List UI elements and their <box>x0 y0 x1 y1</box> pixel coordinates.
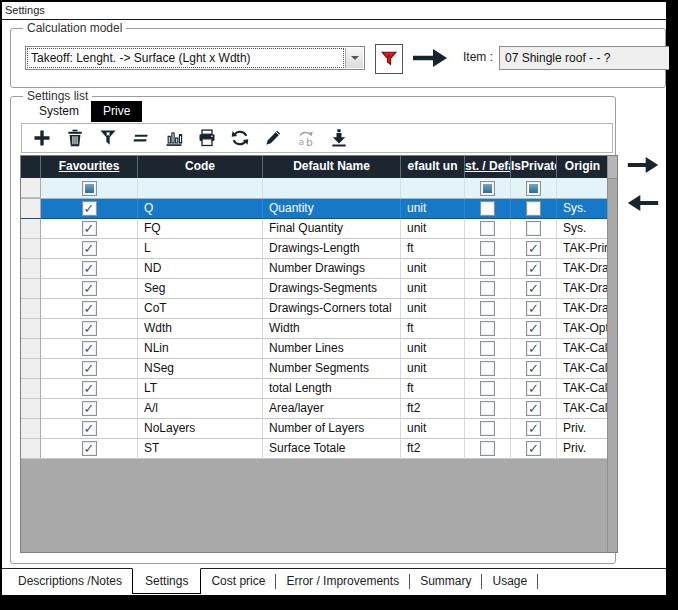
table-row[interactable]: NoLayersNumber of LayersunitPriv. <box>21 419 609 439</box>
est-def-checkbox[interactable] <box>480 201 495 216</box>
is-private-checkbox[interactable] <box>526 261 541 276</box>
row-selector-cell[interactable] <box>21 359 41 379</box>
favourite-checkbox[interactable] <box>82 241 97 256</box>
is-private-checkbox[interactable] <box>526 421 541 436</box>
tab-cost-price[interactable]: Cost price <box>201 569 275 592</box>
table-row[interactable]: NDNumber DrawingsunitTAK-Draw <box>21 259 609 279</box>
favourite-checkbox[interactable] <box>82 361 97 376</box>
row-selector-cell[interactable] <box>21 319 41 339</box>
row-selector-cell[interactable] <box>21 379 41 399</box>
table-row[interactable]: LDrawings-LengthftTAK-Prin <box>21 239 609 259</box>
favourite-checkbox[interactable] <box>82 321 97 336</box>
est-def-checkbox[interactable] <box>480 421 495 436</box>
favourite-checkbox[interactable] <box>82 261 97 276</box>
favourite-checkbox[interactable] <box>82 401 97 416</box>
est-def-checkbox[interactable] <box>480 281 495 296</box>
table-row[interactable]: STSurface Totaleft2Priv. <box>21 439 609 459</box>
row-selector-cell[interactable] <box>21 239 41 259</box>
filter-favourites-checkbox[interactable] <box>82 181 97 196</box>
print-button[interactable] <box>195 126 219 150</box>
column-header-Favourites[interactable]: Favourites <box>41 156 138 178</box>
is-private-checkbox[interactable] <box>526 321 541 336</box>
row-selector-cell[interactable] <box>21 399 41 419</box>
favourite-checkbox[interactable] <box>82 301 97 316</box>
is-private-checkbox[interactable] <box>526 201 541 216</box>
favourite-checkbox[interactable] <box>82 341 97 356</box>
column-header-efault un[interactable]: efault un <box>401 156 465 178</box>
row-selector-cell[interactable] <box>21 259 41 279</box>
row-selector-cell[interactable] <box>21 219 41 239</box>
filter-isprivate-checkbox[interactable] <box>526 181 541 196</box>
est-def-checkbox[interactable] <box>480 341 495 356</box>
filter-estdef-checkbox[interactable] <box>480 181 495 196</box>
equals-button[interactable] <box>129 126 153 150</box>
column-header-st. / Defa[interactable]: st. / Defa <box>465 156 511 178</box>
is-private-checkbox[interactable] <box>526 401 541 416</box>
est-def-checkbox[interactable] <box>480 401 495 416</box>
table-row[interactable]: WdthWidthftTAK-Opti <box>21 319 609 339</box>
favourite-checkbox[interactable] <box>82 281 97 296</box>
table-row[interactable]: NSegNumber SegmentsunitTAK-Calc <box>21 359 609 379</box>
est-def-checkbox[interactable] <box>480 321 495 336</box>
table-row[interactable]: SegDrawings-SegmentsunitTAK-Draw <box>21 279 609 299</box>
favourite-checkbox[interactable] <box>82 381 97 396</box>
favourite-checkbox[interactable] <box>82 201 97 216</box>
chevron-down-icon[interactable] <box>345 48 363 68</box>
est-def-checkbox[interactable] <box>480 241 495 256</box>
delete-button[interactable] <box>63 126 87 150</box>
tab-error-improvements[interactable]: Error / Improvements <box>276 569 409 592</box>
est-def-checkbox[interactable] <box>480 221 495 236</box>
model-filter-button[interactable] <box>375 44 403 74</box>
is-private-checkbox[interactable] <box>526 241 541 256</box>
move-left-arrow-icon[interactable] <box>626 192 660 214</box>
favourite-checkbox[interactable] <box>82 441 97 456</box>
is-private-checkbox[interactable] <box>526 361 541 376</box>
table-row[interactable]: QQuantityunitSys. <box>21 199 609 219</box>
row-selector-cell[interactable] <box>21 299 41 319</box>
is-private-checkbox[interactable] <box>526 441 541 456</box>
table-row[interactable]: CoTDrawings-Corners totalunitTAK-Draw <box>21 299 609 319</box>
est-def-checkbox[interactable] <box>480 361 495 376</box>
favourite-checkbox[interactable] <box>82 421 97 436</box>
column-header-rowselector[interactable] <box>21 156 41 178</box>
filter-button[interactable] <box>96 126 120 150</box>
chart-button[interactable] <box>162 126 186 150</box>
calculation-model-combobox[interactable]: Takeoff: Lenght. -> Surface (Lght x Wdth… <box>25 46 365 70</box>
favourite-checkbox[interactable] <box>82 221 97 236</box>
is-private-checkbox[interactable] <box>526 281 541 296</box>
row-selector-cell[interactable] <box>21 439 41 459</box>
edit-button[interactable] <box>261 126 285 150</box>
move-right-arrow-icon[interactable] <box>626 154 660 176</box>
refresh-button[interactable] <box>228 126 252 150</box>
column-header-IsPrivate[interactable]: IsPrivate <box>511 156 557 178</box>
tab-prive[interactable]: Prive <box>91 101 142 122</box>
table-row[interactable]: FQFinal QuantityunitSys. <box>21 219 609 239</box>
tab-descriptions-notes[interactable]: Descriptions /Notes <box>8 569 132 592</box>
tab-summary[interactable]: Summary <box>410 569 481 592</box>
is-private-checkbox[interactable] <box>526 341 541 356</box>
est-def-checkbox[interactable] <box>480 301 495 316</box>
row-selector-cell[interactable] <box>21 199 41 219</box>
row-selector-cell[interactable] <box>21 419 41 439</box>
row-selector-cell[interactable] <box>21 279 41 299</box>
est-def-checkbox[interactable] <box>480 381 495 396</box>
add-button[interactable] <box>30 126 54 150</box>
table-row[interactable]: NLinNumber LinesunitTAK-Calc <box>21 339 609 359</box>
tab-settings[interactable]: Settings <box>132 568 201 594</box>
is-private-checkbox[interactable] <box>526 221 541 236</box>
est-def-checkbox[interactable] <box>480 261 495 276</box>
tab-system[interactable]: System <box>27 101 91 122</box>
est-def-checkbox[interactable] <box>480 441 495 456</box>
is-private-checkbox[interactable] <box>526 381 541 396</box>
is-private-checkbox[interactable] <box>526 301 541 316</box>
vertical-scrollbar[interactable] <box>607 156 617 552</box>
column-header-Default Name[interactable]: Default Name <box>263 156 401 178</box>
column-header-Origin[interactable]: Origin <box>557 156 609 178</box>
table-row[interactable]: A/lArea/layerft2TAK-Calc <box>21 399 609 419</box>
tab-usage[interactable]: Usage <box>482 569 537 592</box>
apply-model-arrow-icon[interactable] <box>411 47 449 69</box>
table-row[interactable]: LTtotal LengthftTAK-Calc <box>21 379 609 399</box>
download-button[interactable] <box>327 126 351 150</box>
row-selector-cell[interactable] <box>21 339 41 359</box>
column-header-Code[interactable]: Code <box>138 156 263 178</box>
